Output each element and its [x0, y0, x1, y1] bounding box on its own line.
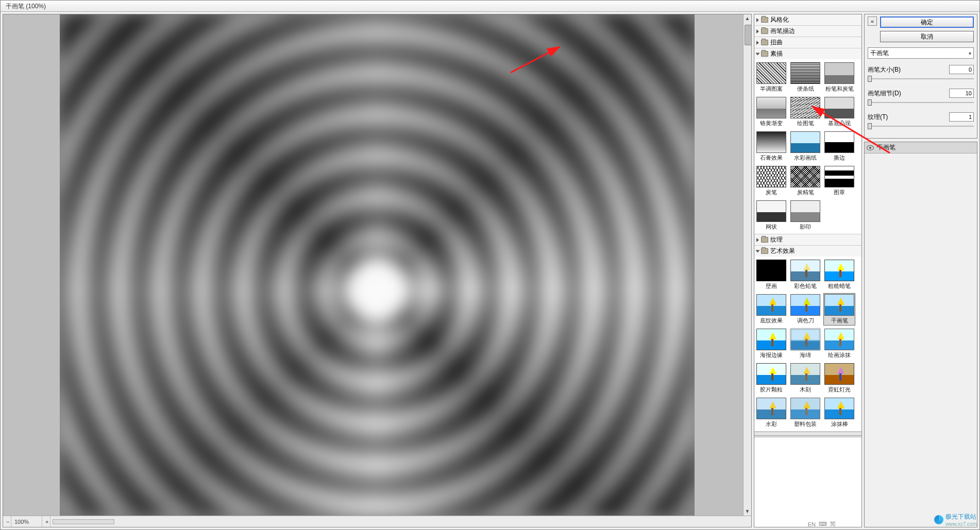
filter-thumb[interactable]: 炭精笔 — [789, 165, 821, 197]
filter-thumb[interactable]: 撕边 — [823, 130, 855, 163]
filter-thumb[interactable]: 影印 — [789, 199, 821, 232]
chevron-down-icon: ▾ — [969, 50, 971, 56]
category-brush-strokes[interactable]: 画笔描边 — [754, 26, 861, 37]
filter-thumb[interactable]: 图章 — [823, 165, 855, 197]
canvas-area: ▲ ▼ − 100% + — [3, 14, 752, 527]
filter-thumb[interactable]: 海绵 — [789, 328, 821, 360]
filter-thumb[interactable]: 粗糙蜡笔 — [823, 259, 855, 291]
texture-input[interactable] — [949, 112, 974, 122]
folder-icon — [761, 40, 768, 45]
scroll-up-icon[interactable]: ▲ — [744, 14, 751, 23]
vertical-scrollbar[interactable]: ▲ ▼ — [743, 14, 751, 516]
filter-gallery-panel: 风格化 画笔描边 扭曲 素描 半调图案 便条纸 粉笔和炭笔 铬黄渐变 绘图笔 基… — [754, 14, 862, 527]
filter-select[interactable]: 干画笔 ▾ — [868, 47, 974, 59]
visibility-icon[interactable] — [867, 145, 874, 150]
filter-thumb[interactable]: 绘画涂抹 — [823, 328, 855, 360]
effect-layer-row[interactable]: 干画笔 — [865, 142, 977, 153]
filter-thumb[interactable]: 基底凸现 — [823, 96, 855, 128]
texture-slider[interactable] — [868, 123, 974, 130]
filter-thumb[interactable]: 胶片颗粒 — [755, 362, 787, 395]
category-sketch[interactable]: 素描 — [754, 48, 861, 59]
folder-icon — [761, 17, 768, 23]
folder-icon — [761, 237, 768, 243]
filter-thumb[interactable]: 水彩 — [755, 397, 787, 429]
filter-thumb[interactable]: 底纹效果 — [755, 293, 787, 326]
controls-panel: « 确定 取消 干画笔 ▾ 画笔大小(B) 画笔细节(D) — [864, 14, 977, 527]
brush-detail-input[interactable] — [949, 89, 974, 98]
scroll-down-icon[interactable]: ▼ — [744, 507, 751, 516]
folder-icon — [761, 28, 768, 34]
filter-thumb[interactable]: 涂抹棒 — [823, 397, 855, 429]
param-brush-size: 画笔大小(B) — [868, 65, 974, 74]
filter-thumb[interactable]: 塑料包装 — [789, 397, 821, 429]
filter-thumb[interactable]: 调色刀 — [789, 293, 821, 326]
param-texture: 纹理(T) — [868, 112, 974, 122]
filter-thumb[interactable]: 便条纸 — [789, 61, 821, 94]
filter-thumb[interactable]: 壁画 — [755, 259, 787, 291]
preview-canvas[interactable] — [60, 14, 695, 516]
filter-thumb[interactable]: 绘图笔 — [789, 96, 821, 128]
brush-size-input[interactable] — [949, 65, 974, 74]
category-texture[interactable]: 纹理 — [754, 234, 861, 245]
scroll-thumb[interactable] — [745, 25, 751, 45]
zoom-in-button[interactable]: + — [42, 516, 50, 527]
collapse-button[interactable]: « — [868, 16, 877, 26]
filter-thumb[interactable]: 海报边缘 — [755, 328, 787, 360]
ok-button[interactable]: 确定 — [880, 16, 974, 28]
filter-select-label: 干画笔 — [870, 49, 889, 58]
filter-thumb[interactable]: 石膏效果 — [755, 130, 787, 163]
param-brush-detail: 画笔细节(D) — [868, 89, 974, 98]
brush-detail-slider[interactable] — [868, 99, 974, 106]
filter-thumb[interactable]: 网状 — [755, 199, 787, 232]
category-artistic[interactable]: 艺术效果 — [754, 246, 861, 257]
window-title: 干画笔 (100%) — [1, 1, 979, 12]
filter-thumb[interactable]: 木刻 — [789, 362, 821, 395]
artistic-thumbnails: 壁画 彩色铅笔 粗糙蜡笔 底纹效果 调色刀 干画笔 海报边缘 海绵 绘画涂抹 胶… — [754, 257, 861, 431]
cancel-button[interactable]: 取消 — [880, 31, 974, 42]
filter-thumb[interactable]: 彩色铅笔 — [789, 259, 821, 291]
watermark-logo-icon — [934, 515, 943, 524]
status-bar: − 100% + — [3, 516, 751, 527]
filter-thumb[interactable]: 炭笔 — [755, 165, 787, 197]
category-stylize[interactable]: 风格化 — [754, 14, 861, 25]
filter-thumb[interactable]: 铬黄渐变 — [755, 96, 787, 128]
zoom-slider[interactable] — [53, 519, 114, 524]
folder-icon — [761, 248, 768, 254]
watermark: 极光下载站 www.xz7.com — [934, 512, 977, 527]
zoom-level[interactable]: 100% — [11, 516, 42, 527]
filter-thumb-dry-brush[interactable]: 干画笔 — [823, 293, 855, 326]
sketch-thumbnails: 半调图案 便条纸 粉笔和炭笔 铬黄渐变 绘图笔 基底凸现 石膏效果 水彩画纸 撕… — [754, 59, 861, 234]
gallery-empty-area — [754, 436, 861, 527]
filter-thumb[interactable]: 半调图案 — [755, 61, 787, 94]
folder-icon — [761, 51, 768, 57]
filter-thumb[interactable]: 霓虹灯光 — [823, 362, 855, 395]
filter-thumb[interactable]: 粉笔和炭笔 — [823, 61, 855, 94]
zoom-out-button[interactable]: − — [3, 516, 11, 527]
category-distort[interactable]: 扭曲 — [754, 37, 861, 48]
effect-layers-panel: 干画笔 — [864, 142, 977, 527]
effect-layer-name: 干画笔 — [877, 143, 895, 152]
filter-thumb[interactable]: 水彩画纸 — [789, 130, 821, 163]
ime-status: EN⌨简 — [808, 520, 836, 528]
brush-size-slider[interactable] — [868, 75, 974, 82]
